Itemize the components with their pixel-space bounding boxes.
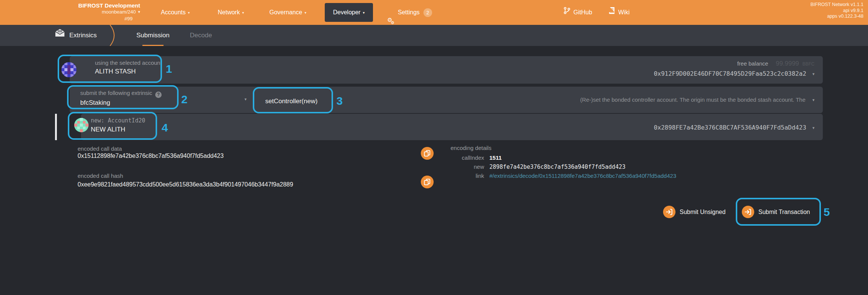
chevron-down-icon: [240, 9, 244, 15]
encoding-details-list: callIndex 1511 new 2898fe7a42be376c8bc7a…: [454, 153, 676, 180]
tab-submission[interactable]: Submission: [136, 25, 170, 46]
account-select-row[interactable]: using the selected account ALITH STASH f…: [70, 56, 823, 84]
submit-transaction-label: Submit Transaction: [758, 209, 810, 215]
book-icon: [609, 0, 615, 25]
encoding-detail-row: link #/extrinsics/decode/0x15112898fe7a4…: [454, 171, 676, 180]
link-wiki[interactable]: Wiki: [609, 0, 630, 25]
pallet-select-value[interactable]: bfcStaking: [80, 99, 110, 107]
tab-decode[interactable]: Decode: [190, 25, 212, 46]
annotation-number-4: 4: [162, 121, 168, 134]
copy-call-hash-button[interactable]: [421, 176, 434, 188]
git-branch-icon: [564, 0, 570, 25]
tab-divider: [108, 25, 121, 46]
submit-unsigned-label: Submit Unsigned: [680, 209, 726, 215]
submit-unsigned-button[interactable]: Submit Unsigned: [663, 206, 726, 219]
tab-bar: Extrinsics Submission Decode: [0, 25, 868, 46]
app-title-extrinsics: Extrinsics: [55, 25, 97, 46]
chevron-down-icon: [302, 9, 306, 15]
annotation-number-1: 1: [166, 63, 172, 75]
detail-value-callindex: 1511: [489, 153, 502, 162]
help-icon[interactable]: [155, 92, 162, 98]
detail-key: new: [454, 162, 484, 171]
menu-developer[interactable]: Developer: [325, 3, 373, 22]
identicon-new-alith[interactable]: [74, 118, 89, 132]
param-address: 0x2898FE7a42Be376C8BC7AF536A940F7Fd5aDd4…: [654, 124, 806, 131]
link-github[interactable]: GitHub: [564, 0, 592, 25]
network-runtime: moonbeam/240: [0, 9, 140, 15]
menu-governance[interactable]: Governance: [269, 0, 306, 25]
account-address: 0x912F9D002E46DF70C78495D29Faa523c2c0382…: [654, 70, 806, 77]
menu-settings[interactable]: ⚙⚙Settings2: [387, 0, 432, 25]
encoded-call-hash-value: 0xee9e9821faed489573cdd500ee5d615836ea3d…: [78, 181, 293, 188]
top-navbar: BIFROST Development moonbeam/240 #99 Acc…: [0, 0, 868, 25]
apps-version: apps v0.122.3-48: [810, 14, 863, 20]
chevron-down-icon: [810, 125, 815, 131]
param-label: new: AccountId20: [91, 117, 145, 124]
pallet-chevron-down-icon[interactable]: [242, 96, 247, 102]
network-version: BIFROST Network v1.1.1: [810, 2, 863, 8]
sign-in-icon: [742, 206, 754, 218]
submit-transaction-button[interactable]: Submit Transaction: [742, 206, 810, 219]
settings-badge: 2: [423, 8, 432, 17]
free-balance-label: free balance: [737, 60, 769, 67]
gears-icon: ⚙⚙: [387, 9, 396, 17]
decode-link[interactable]: #/extrinsics/decode/0x15112898fe7a42be37…: [489, 171, 676, 180]
chevron-down-icon: [361, 9, 365, 15]
extrinsics-page: BIFROST Development moonbeam/240 #99 Acc…: [0, 0, 868, 295]
api-version: api v9.9.1: [810, 8, 863, 14]
param-new-row[interactable]: new: AccountId20 NEW ALITH 0x2898FE7a42B…: [81, 114, 823, 140]
method-doc-toggle[interactable]: (Re-)set the bonded controller account. …: [580, 96, 815, 103]
copy-call-data-button[interactable]: [421, 147, 434, 160]
param-value: NEW ALITH: [91, 126, 125, 133]
menu-accounts[interactable]: Accounts: [161, 0, 190, 25]
chevron-down-icon: [186, 9, 190, 15]
encoding-detail-row: callIndex 1511: [454, 153, 676, 162]
network-name: BIFROST Development: [0, 3, 140, 9]
account-select-label: using the selected account: [95, 60, 162, 66]
method-select-value[interactable]: setController(new): [265, 98, 318, 105]
block-number: #99: [0, 16, 140, 22]
detail-value-new: 2898fe7a42be376c8bc7af536a940f7fd5add423: [489, 162, 625, 171]
encoding-detail-row: new 2898fe7a42be376c8bc7af536a940f7fd5ad…: [454, 162, 676, 171]
chevron-down-icon: [810, 71, 815, 77]
identicon-alith-stash[interactable]: [61, 62, 76, 77]
detail-key: link: [454, 171, 484, 180]
copy-icon: [424, 150, 431, 157]
menu-network[interactable]: Network: [218, 0, 244, 25]
account-address-toggle[interactable]: 0x912F9D002E46DF70C78495D29Faa523c2c0382…: [654, 70, 815, 77]
free-balance-value: 99.9999: [776, 60, 799, 67]
encoded-call-data-label: encoded call data: [78, 145, 122, 152]
copy-icon: [424, 179, 431, 185]
encoding-details-title: encoding details: [451, 145, 491, 151]
free-balance-unit: BBFC: [802, 61, 815, 67]
param-indent-bar: [55, 114, 57, 140]
annotation-number-2: 2: [181, 93, 188, 106]
method-doc-text: (Re-)set the bonded controller account. …: [580, 96, 805, 103]
annotation-number-5: 5: [824, 206, 830, 219]
free-balance: free balance 99.9999 BBFC: [737, 60, 815, 67]
param-address-toggle[interactable]: 0x2898FE7a42Be376C8BC7AF536A940F7Fd5aDd4…: [654, 124, 815, 131]
sign-in-icon: [663, 206, 675, 218]
annotation-number-3: 3: [336, 95, 343, 107]
network-selector[interactable]: BIFROST Development moonbeam/240 #99: [0, 3, 140, 22]
extrinsic-select-label: submit the following extrinsic: [80, 90, 162, 98]
version-info: BIFROST Network v1.1.1 api v9.9.1 apps v…: [810, 2, 863, 20]
chevron-down-icon: [136, 9, 140, 15]
detail-key: callIndex: [454, 153, 484, 162]
encoded-call-data-value: 0x15112898fe7a42be376c8bc7af536a940f7fd5…: [78, 153, 224, 159]
envelope-icon: [55, 24, 65, 46]
account-select-value: ALITH STASH: [95, 68, 136, 75]
encoded-call-hash-label: encoded call hash: [78, 173, 123, 179]
chevron-down-icon: [810, 97, 815, 103]
